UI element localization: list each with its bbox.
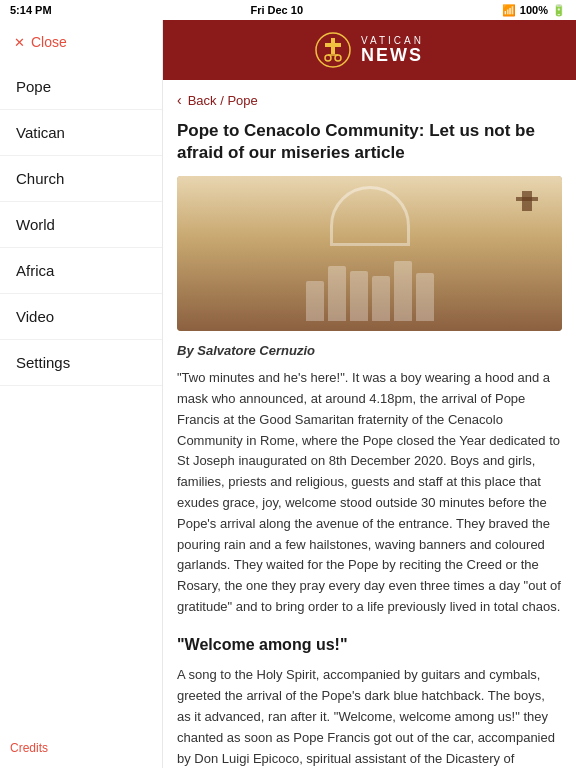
figure-5 <box>394 261 412 321</box>
svg-rect-2 <box>325 43 341 47</box>
article-body: "Two minutes and he's here!". It was a b… <box>177 368 562 768</box>
vatican-news-logo-icon <box>315 32 351 68</box>
article-paragraph-2: A song to the Holy Spirit, accompanied b… <box>177 665 562 768</box>
status-date: Fri Dec 10 <box>250 4 303 16</box>
figure-6 <box>416 273 434 321</box>
close-label: Close <box>31 34 67 50</box>
sidebar-item-church[interactable]: Church <box>0 156 162 202</box>
sidebar: ✕ Close Pope Vatican Church World Africa… <box>0 20 163 768</box>
app-container: ✕ Close Pope Vatican Church World Africa… <box>0 20 576 768</box>
scene-figures <box>306 261 434 321</box>
figure-4 <box>372 276 390 321</box>
credits-link[interactable]: Credits <box>10 741 48 755</box>
back-arrow-icon: ‹ <box>177 92 182 108</box>
close-button[interactable]: ✕ Close <box>0 20 162 64</box>
article-image <box>177 176 562 331</box>
article-author: By Salvatore Cernuzio <box>177 343 562 358</box>
article-area[interactable]: ‹ Back / Pope Pope to Cenacolo Community… <box>163 80 576 768</box>
vatican-news-header: VATICAN NEWS <box>163 20 576 80</box>
sidebar-item-video[interactable]: Video <box>0 294 162 340</box>
svg-point-3 <box>325 55 331 61</box>
sidebar-nav: Pope Vatican Church World Africa Video S… <box>0 64 162 726</box>
sidebar-item-pope[interactable]: Pope <box>0 64 162 110</box>
sidebar-item-vatican[interactable]: Vatican <box>0 110 162 156</box>
vn-title-bottom: NEWS <box>361 46 424 66</box>
svg-point-4 <box>335 55 341 61</box>
breadcrumb-label: Back / Pope <box>188 93 258 108</box>
article-title: Pope to Cenacolo Community: Let us not b… <box>177 120 562 164</box>
vn-title: VATICAN NEWS <box>361 35 424 66</box>
wifi-icon: 📶 <box>502 4 516 17</box>
scene-cross <box>522 191 532 211</box>
figure-1 <box>306 281 324 321</box>
figure-3 <box>350 271 368 321</box>
close-icon: ✕ <box>14 35 25 50</box>
status-right: 📶 100% 🔋 <box>502 4 566 17</box>
sidebar-item-africa[interactable]: Africa <box>0 248 162 294</box>
main-content: VATICAN NEWS ‹ Back / Pope Pope to Cenac… <box>163 20 576 768</box>
battery-icon: 🔋 <box>552 4 566 17</box>
battery-level: 100% <box>520 4 548 16</box>
breadcrumb[interactable]: ‹ Back / Pope <box>177 92 562 108</box>
article-image-scene <box>177 176 562 331</box>
status-bar: 5:14 PM Fri Dec 10 📶 100% 🔋 <box>0 0 576 20</box>
sidebar-item-world[interactable]: World <box>0 202 162 248</box>
sidebar-item-settings[interactable]: Settings <box>0 340 162 386</box>
sidebar-footer: Credits <box>0 726 162 768</box>
article-section-1-title: "Welcome among us!" <box>177 632 562 658</box>
article-paragraph-1: "Two minutes and he's here!". It was a b… <box>177 368 562 618</box>
figure-2 <box>328 266 346 321</box>
vn-title-top: VATICAN <box>361 35 424 46</box>
status-time: 5:14 PM <box>10 4 52 16</box>
scene-arch <box>330 186 410 246</box>
